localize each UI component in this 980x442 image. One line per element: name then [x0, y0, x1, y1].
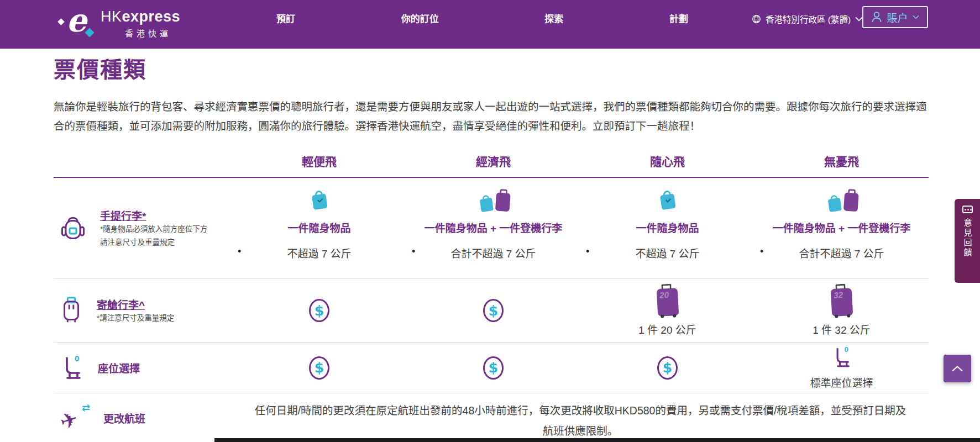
fare-cell-lite-seat: $	[232, 343, 406, 393]
nav-item-explore[interactable]: 探索	[544, 14, 563, 25]
page-title: 票價種類	[54, 52, 146, 84]
luggage-32kg-icon: 32	[830, 288, 853, 317]
feedback-tab[interactable]: 意見回饋	[955, 199, 980, 283]
fare-cell-economy-checked: $	[406, 279, 580, 343]
fare-column-header-lite: 輕便飛	[232, 141, 406, 178]
flight-change-label: 更改航班	[103, 411, 145, 425]
feedback-label: 意見回饋	[962, 218, 973, 258]
fare-cell-flexi-checked: 20 1 件 20 公斤	[580, 279, 754, 343]
backpack-icon	[60, 214, 86, 243]
dollar-circle-icon: $	[483, 299, 504, 322]
bullet-icon: •	[412, 246, 415, 257]
svg-text:0: 0	[75, 355, 79, 363]
chevron-up-icon	[951, 365, 963, 372]
next-section-edge	[214, 438, 980, 442]
seat-selection-label: 座位選擇	[98, 360, 140, 375]
cabin-bag-plus-carryon-icon	[824, 187, 860, 214]
nav-item-book[interactable]: 預訂	[276, 14, 295, 25]
fare-cell-worryfree-checked: 32 1 件 32 公斤	[754, 279, 929, 343]
dollar-circle-icon: $	[309, 299, 329, 322]
fare-types-page: e HKexpress 香港快運 預訂 你的訂位 探索 計劃 香港特別行政區 (…	[0, 0, 980, 442]
user-icon	[871, 11, 882, 23]
intro-paragraph: 無論你是輕裝旅行的背包客、尋求經濟實惠票價的聰明旅行者，還是需要方便與朋友或家人…	[54, 97, 934, 136]
globe-icon	[752, 14, 761, 24]
cabin-bag-plus-carryon-icon	[475, 187, 512, 214]
flight-change-policy-line1: 任何日期/時間的更改須在原定航班出發前的48小時前進行，每次更改將收取HKD58…	[255, 401, 906, 421]
cell-bullet-text: 合計不超過 7 公斤	[450, 248, 536, 260]
fare-cell-worryfree-seat: 0 標準座位選擇	[754, 343, 929, 393]
bullet-icon: •	[238, 246, 241, 257]
bullet-icon: •	[586, 246, 589, 257]
account-label: 賬户	[887, 10, 908, 25]
seat-icon: 0	[60, 355, 83, 381]
logo-express: express	[122, 8, 181, 25]
fare-cell-economy-carryon: 一件隨身物品 + 一件登機行李 •合計不超過 7 公斤	[406, 178, 580, 279]
svg-text:0: 0	[844, 346, 848, 354]
cell-bullet-text: 不超過 7 公斤	[635, 248, 699, 260]
back-to-top-button[interactable]	[944, 355, 971, 382]
logo-hk: HK	[101, 8, 122, 25]
flight-change-icon: ✈ ⇄	[60, 404, 89, 432]
fare-cell-economy-seat: $	[406, 343, 580, 393]
logo-chinese: 香港快運	[101, 27, 180, 39]
cell-bullet-text: 不超過 7 公斤	[287, 248, 351, 260]
language-selector[interactable]: 香港特別行政區 (繁體)	[752, 13, 863, 25]
checked-baggage-note: *請注意尺寸及重量規定	[97, 312, 174, 325]
luggage-20kg-icon: 20	[656, 288, 679, 317]
fare-cell-flexi-seat: $	[580, 343, 754, 393]
checked-allowance-text: 1 件 32 公斤	[813, 322, 871, 336]
fare-comparison-table: 輕便飛 經濟飛 隨心飛 無憂飛 手提行李* *隨身物品必須放入前方座位下方 請注…	[54, 141, 929, 442]
logo-wordmark: HKexpress 香港快運	[101, 9, 180, 39]
checked-allowance-text: 1 件 20 公斤	[638, 322, 696, 336]
dollar-circle-icon: $	[483, 356, 504, 380]
chevron-down-icon	[913, 15, 919, 19]
row-header-flight-change: ✈ ⇄ 更改航班	[54, 393, 232, 442]
fare-column-header-economy: 經濟飛	[406, 141, 580, 178]
row-header-seat-selection: 0 座位選擇	[54, 343, 232, 393]
suitcase-icon	[60, 296, 82, 325]
seat-icon: 0	[831, 346, 852, 369]
nav-item-my-trips[interactable]: 你的訂位	[401, 14, 439, 25]
main-nav: 預訂 你的訂位 探索 計劃	[276, 0, 688, 49]
cell-title: 一件隨身物品	[287, 220, 350, 235]
cell-bullet-text: 合計不超過 7 公斤	[799, 248, 884, 260]
cell-title: 一件隨身物品	[636, 220, 699, 235]
hkexpress-logo[interactable]: e HKexpress 香港快運	[57, 5, 180, 43]
nav-item-plan[interactable]: 計劃	[669, 14, 688, 25]
cell-title: 一件隨身物品 + 一件登機行李	[425, 220, 563, 235]
bullet-icon: •	[760, 246, 763, 257]
row-header-carry-on: 手提行李* *隨身物品必須放入前方座位下方 請注意尺寸及重量規定	[54, 178, 232, 279]
fare-cell-lite-checked: $	[232, 279, 406, 343]
account-button[interactable]: 賬户	[862, 6, 928, 28]
cell-title: 一件隨身物品 + 一件登機行李	[773, 220, 911, 235]
feedback-icon	[962, 206, 973, 213]
fare-cell-worryfree-carryon: 一件隨身物品 + 一件登機行李 •合計不超過 7 公斤	[754, 178, 929, 279]
fare-cell-lite-carryon: 一件隨身物品 •不超過 7 公斤	[232, 178, 406, 279]
top-navigation-bar: e HKexpress 香港快運 預訂 你的訂位 探索 計劃 香港特別行政區 (…	[0, 0, 980, 49]
carry-on-note-1: *隨身物品必須放入前方座位下方	[100, 223, 207, 236]
cabin-bag-icon	[657, 188, 679, 213]
fare-column-header-flexi: 隨心飛	[580, 141, 754, 178]
logo-e-icon: e	[57, 5, 98, 41]
carry-on-baggage-link[interactable]: 手提行李*	[100, 208, 207, 223]
checked-baggage-link[interactable]: 寄艙行李^	[97, 297, 174, 312]
standard-seat-text: 標準座位選擇	[810, 375, 873, 390]
fare-cell-flexi-carryon: 一件隨身物品 •不超過 7 公斤	[580, 178, 754, 279]
cabin-bag-icon	[308, 188, 331, 213]
dollar-circle-icon: $	[309, 356, 329, 380]
dollar-circle-icon: $	[657, 356, 678, 380]
row-header-checked-baggage: 寄艙行李^ *請注意尺寸及重量規定	[54, 279, 232, 343]
language-label: 香港特別行政區 (繁體)	[766, 13, 851, 25]
fare-column-header-worryfree: 無憂飛	[754, 141, 929, 178]
table-corner-cell	[54, 141, 232, 178]
flight-change-policy-cell: 任何日期/時間的更改須在原定航班出發前的48小時前進行，每次更改將收取HKD58…	[232, 393, 929, 442]
carry-on-note-2: 請注意尺寸及重量規定	[100, 236, 207, 249]
